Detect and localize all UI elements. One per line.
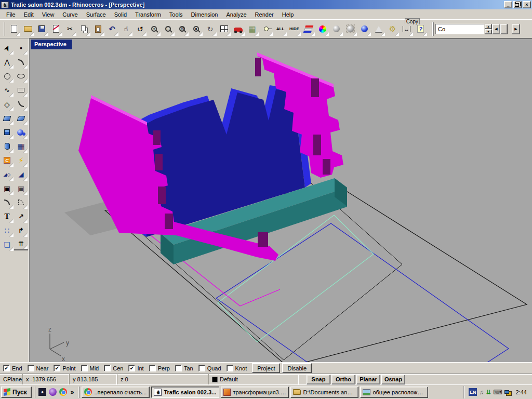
extrude-icon[interactable]: ⇈ [14, 238, 28, 250]
text-icon[interactable]: T [0, 209, 14, 223]
cone-icon[interactable] [371, 22, 385, 36]
viewport-title-label[interactable]: Perspective [31, 39, 72, 49]
task-button-image-viewer[interactable]: общее расположен... [360, 387, 428, 398]
copy-icon[interactable] [77, 22, 91, 36]
menu-surface[interactable]: Surface [82, 10, 110, 19]
project-button[interactable]: Project [252, 363, 280, 373]
osnap-checkbox-near[interactable] [28, 365, 34, 371]
polyline-icon[interactable]: ⋀ [0, 55, 14, 69]
osnap-checkbox-perp[interactable] [149, 365, 156, 371]
network-icon[interactable] [504, 390, 509, 394]
layer-cell[interactable]: Default [209, 374, 299, 384]
zoom-selected-icon[interactable]: ● [189, 22, 203, 36]
pan-hand-icon[interactable]: ☝ [119, 22, 133, 36]
menu-curve[interactable]: Curve [58, 10, 82, 19]
print-page-icon[interactable] [49, 22, 63, 36]
cplane-cell[interactable]: CPlane [0, 374, 23, 384]
command-scroll-right[interactable]: ▶ [512, 24, 520, 34]
command-scroll-thumb[interactable] [500, 24, 508, 34]
quicklaunch-overflow-chevron[interactable]: » [69, 389, 76, 396]
chamfer-icon[interactable] [14, 195, 28, 209]
osnap-checkbox-mid[interactable] [81, 365, 88, 371]
task-button-explorer[interactable]: D:\Documents and S... [290, 387, 358, 398]
surface-from-points-icon[interactable] [0, 111, 14, 125]
task-button-image-editor[interactable]: трансформация3.J... [221, 387, 289, 398]
osnap-checkbox-end[interactable]: ✔ [3, 365, 10, 371]
osnap-checkbox-point[interactable]: ✔ [54, 365, 60, 371]
task-button-chrome[interactable]: ..перепало счасть... [82, 387, 150, 398]
close-button[interactable]: × [523, 1, 531, 8]
volume-icon[interactable]: ♫ [479, 389, 484, 396]
zoom-extents-icon[interactable]: ⊡ [175, 22, 189, 36]
spheres-icon[interactable] [14, 125, 28, 139]
curved-surface-icon[interactable] [14, 111, 28, 125]
menu-tools[interactable]: Tools [165, 10, 187, 19]
osnap-checkbox-cen[interactable] [104, 365, 111, 371]
minimize-button[interactable]: _ [504, 1, 512, 8]
trim-icon[interactable]: ◢◇ [0, 167, 14, 181]
save-icon[interactable] [35, 22, 49, 36]
group-icon[interactable]: ▣ [14, 181, 28, 195]
boolean-icon[interactable]: ▦ [14, 139, 28, 153]
rendered-sphere-icon[interactable] [357, 22, 371, 36]
hide-objects-icon[interactable]: HIDE [287, 22, 301, 36]
menu-dimension[interactable]: Dimension [187, 10, 222, 19]
toolbar-grip[interactable] [4, 22, 5, 36]
extract-isocurve-icon[interactable]: C [0, 153, 14, 167]
planar-toggle[interactable]: Planar [356, 375, 380, 384]
rotate-icon[interactable]: ↱ [14, 223, 28, 237]
point-leader-icon[interactable] [259, 22, 273, 36]
menu-transform[interactable]: Transform [131, 10, 165, 19]
perspective-viewport[interactable]: z y x Perspective [30, 38, 532, 362]
rectangle-icon[interactable] [14, 83, 28, 97]
language-indicator[interactable]: EN [469, 388, 477, 396]
new-file-icon[interactable] [7, 22, 21, 36]
menu-analyze[interactable]: Analyze [222, 10, 250, 19]
cut-icon[interactable]: ✂ [63, 22, 77, 36]
command-area-grip2[interactable] [432, 22, 434, 36]
single-point-icon[interactable]: ▪ [14, 41, 28, 55]
menu-render[interactable]: Render [251, 10, 278, 19]
osnap-checkbox-tan[interactable] [175, 365, 182, 371]
paste-icon[interactable] [91, 22, 105, 36]
ghosted-sphere-icon[interactable] [343, 22, 357, 36]
color-wheel-icon[interactable] [315, 22, 329, 36]
keyboard-icon[interactable]: ⌨ [493, 389, 502, 396]
fillet-icon[interactable] [0, 195, 14, 209]
command-combo[interactable]: Co [435, 24, 484, 34]
layers-icon[interactable] [301, 22, 315, 36]
four-viewports-icon[interactable] [217, 22, 231, 36]
zoom-dynamic-icon[interactable]: ± [147, 22, 161, 36]
show-all-icon[interactable]: ALL [273, 22, 287, 36]
render-car-icon[interactable] [231, 22, 245, 36]
rotate-view-icon[interactable]: ↺ [133, 22, 147, 36]
mesh-plane-icon[interactable]: ▦ [245, 22, 259, 36]
ortho-toggle[interactable]: Ortho [331, 375, 355, 384]
split-icon[interactable]: ◢ [14, 167, 28, 181]
undo-view-icon[interactable]: ↻ [203, 22, 217, 36]
osnap-checkbox-knot[interactable] [227, 365, 233, 371]
quicklaunch-chrome-icon[interactable] [59, 388, 68, 397]
fillet-arc-icon[interactable] [14, 97, 28, 111]
viewport-canvas[interactable]: z y x [30, 39, 531, 362]
open-file-icon[interactable] [21, 22, 35, 36]
join-icon[interactable]: ▣ [0, 181, 14, 195]
rhinoceros-app-icon[interactable]: ♞ [1, 2, 9, 8]
options-gear-icon[interactable]: ⚙ [385, 22, 400, 36]
arc-icon[interactable] [14, 55, 28, 69]
restore-button[interactable] [513, 1, 522, 8]
osnap-checkbox-int[interactable]: ✔ [128, 365, 135, 371]
tray-clock[interactable]: 2:44 [514, 389, 527, 395]
freeform-curve-icon[interactable]: ∿ [0, 83, 14, 97]
box-icon[interactable] [0, 125, 14, 139]
task-button-rhino[interactable]: ♞Trafic salon 002.3... [151, 387, 219, 398]
osnap-checkbox-quad[interactable] [198, 365, 205, 371]
command-scroll-left[interactable]: ◀ [492, 24, 500, 34]
array-icon[interactable]: ∷ [0, 223, 14, 237]
quicklaunch-browser-icon[interactable] [48, 388, 58, 397]
menu-solid[interactable]: Solid [110, 10, 131, 19]
circle-icon[interactable] [0, 69, 14, 83]
menu-view[interactable]: View [38, 10, 59, 19]
undo-icon[interactable]: ↶ [105, 22, 119, 36]
snap-toggle[interactable]: Snap [307, 375, 330, 384]
